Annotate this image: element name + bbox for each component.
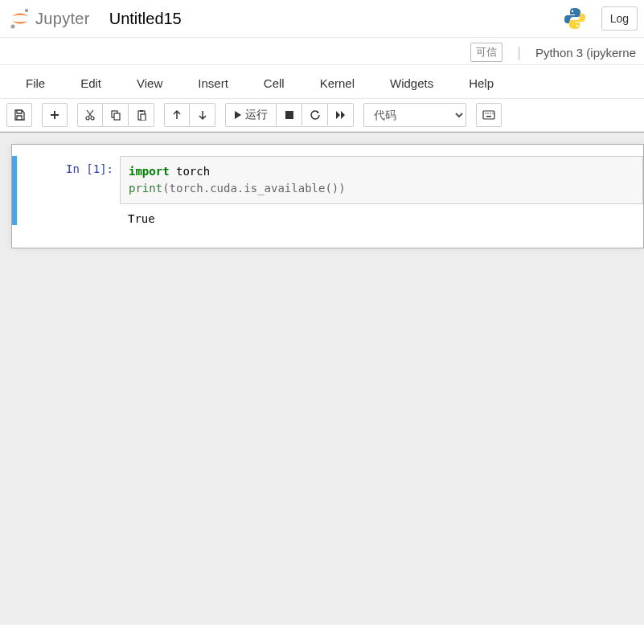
cell-type-select[interactable]: 代码 — [363, 103, 466, 127]
copy-button[interactable] — [103, 103, 129, 127]
restart-button[interactable] — [302, 103, 328, 127]
arrow-up-icon — [171, 109, 183, 121]
plus-icon — [49, 109, 60, 121]
status-bar: 可信 | Python 3 (ipykerne — [0, 38, 644, 65]
svg-point-1 — [11, 25, 15, 29]
paste-icon — [136, 109, 147, 121]
separator: | — [517, 44, 521, 61]
menu-view[interactable]: View — [119, 70, 180, 96]
code-cell[interactable]: In [1]: import torchprint(torch.cuda.is_… — [12, 156, 643, 225]
jupyter-icon — [10, 7, 31, 30]
workspace: In [1]: import torchprint(torch.cuda.is_… — [0, 132, 644, 625]
command-palette-button[interactable] — [476, 103, 502, 127]
move-down-button[interactable] — [190, 103, 215, 127]
paste-button[interactable] — [129, 103, 154, 127]
header-right: Log — [563, 6, 638, 31]
login-button[interactable]: Log — [601, 6, 638, 31]
save-button[interactable] — [6, 103, 32, 127]
run-label: 运行 — [245, 108, 268, 122]
notebook-container[interactable]: In [1]: import torchprint(torch.cuda.is_… — [11, 144, 644, 248]
menu-insert[interactable]: Insert — [180, 70, 246, 96]
input-prompt: In [1]: — [17, 156, 120, 225]
save-icon — [14, 109, 25, 121]
play-icon — [234, 110, 242, 120]
move-up-button[interactable] — [164, 103, 190, 127]
jupyter-logo-text: Jupyter — [35, 10, 90, 28]
menu-widgets[interactable]: Widgets — [372, 70, 451, 96]
cell-body: import torchprint(torch.cuda.is_availabl… — [120, 156, 643, 225]
add-cell-button[interactable] — [42, 103, 68, 127]
trust-indicator[interactable]: 可信 — [470, 43, 502, 62]
svg-point-2 — [571, 10, 572, 12]
svg-point-0 — [25, 9, 28, 12]
svg-point-5 — [91, 117, 94, 120]
interrupt-button[interactable] — [277, 103, 302, 127]
copy-icon — [110, 109, 121, 121]
keyboard-icon — [482, 110, 495, 120]
svg-rect-12 — [483, 111, 494, 119]
kernel-name[interactable]: Python 3 (ipykerne — [535, 46, 636, 59]
svg-rect-11 — [285, 111, 293, 119]
svg-point-16 — [492, 113, 494, 114]
toolbar: 运行 代码 — [0, 98, 644, 132]
svg-point-14 — [487, 113, 489, 114]
svg-rect-9 — [140, 110, 143, 112]
svg-point-15 — [490, 113, 491, 114]
menu-bar: File Edit View Insert Cell Kernel Widget… — [0, 65, 644, 98]
jupyter-logo[interactable]: Jupyter — [6, 7, 90, 30]
restart-run-all-button[interactable] — [328, 103, 354, 127]
svg-rect-10 — [141, 114, 146, 121]
menu-help[interactable]: Help — [451, 70, 511, 96]
cell-output: True — [120, 204, 643, 225]
svg-rect-17 — [486, 116, 491, 117]
menu-edit[interactable]: Edit — [63, 70, 119, 96]
stop-icon — [285, 110, 294, 120]
code-input[interactable]: import torchprint(torch.cuda.is_availabl… — [120, 156, 643, 204]
notebook-header: Jupyter Untitled15 Log — [0, 0, 644, 38]
notebook-title[interactable]: Untitled15 — [109, 10, 182, 28]
restart-icon — [310, 109, 321, 121]
fast-forward-icon — [335, 110, 347, 120]
svg-point-3 — [576, 25, 577, 27]
svg-point-13 — [485, 113, 486, 114]
run-button[interactable]: 运行 — [225, 103, 277, 127]
python-icon — [563, 6, 587, 31]
svg-rect-7 — [114, 113, 120, 120]
svg-point-4 — [86, 117, 89, 120]
menu-kernel[interactable]: Kernel — [302, 70, 372, 96]
cut-icon — [84, 109, 96, 121]
menu-cell[interactable]: Cell — [246, 70, 302, 96]
menu-file[interactable]: File — [8, 70, 63, 96]
cut-button[interactable] — [77, 103, 103, 127]
arrow-down-icon — [197, 109, 208, 121]
